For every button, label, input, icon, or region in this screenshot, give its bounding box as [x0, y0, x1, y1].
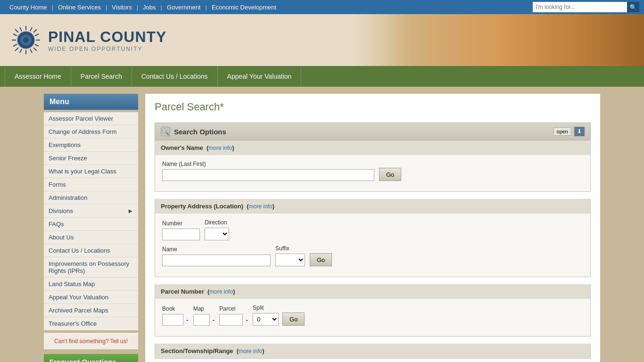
- sidebar: Menu Assessor Parcel Viewer Change of Ad…: [44, 94, 138, 362]
- sidebar-item-land-status[interactable]: Land Status Map: [44, 278, 138, 291]
- open-button[interactable]: open: [553, 127, 571, 136]
- nav-parcel-search[interactable]: Parcel Search: [71, 66, 132, 87]
- parcel-parcel-group: Parcel -: [219, 305, 249, 326]
- page-title: Parcel Search*: [155, 101, 591, 113]
- sidebar-item-divisions[interactable]: Divisions ►: [44, 205, 138, 218]
- parcel-parcel-input[interactable]: [219, 314, 243, 326]
- parcel-map-input[interactable]: [193, 314, 210, 326]
- property-address-more-info[interactable]: more info: [249, 203, 272, 210]
- sidebar-item-administration[interactable]: Administration: [44, 191, 138, 205]
- top-nav-jobs[interactable]: Jobs: [138, 4, 160, 11]
- logo-text: PINAL COUNTY WIDE OPEN OPPORTUNITY: [48, 28, 166, 52]
- sidebar-item-iprs[interactable]: Improvements on Possessory Rights (IPRs): [44, 257, 138, 278]
- top-nav-links: County Home | Online Services | Visitors…: [5, 4, 281, 11]
- nav-contact-us[interactable]: Contact Us / Locations: [132, 66, 218, 87]
- owners-name-body: Name (Last First) Go: [155, 155, 590, 191]
- top-nav-visitors[interactable]: Visitors: [107, 4, 136, 11]
- address-row-2: Name Suffix AVE BLVD CT DR LN RD: [162, 245, 583, 266]
- main-layout: Menu Assessor Parcel Viewer Change of Ad…: [39, 87, 605, 362]
- parcel-label-row: Book - Map - Parcel: [162, 304, 583, 326]
- parcel-split-label: Split: [253, 304, 279, 311]
- sidebar-item-archived-maps[interactable]: Archived Parcel Maps: [44, 304, 138, 317]
- sidebar-item-forms[interactable]: Forms: [44, 178, 138, 191]
- address-name-group: Name: [162, 246, 271, 266]
- global-search-button[interactable]: 🔍: [627, 2, 639, 12]
- parcel-book-input[interactable]: [162, 314, 183, 326]
- dash-1: -: [185, 316, 190, 324]
- owners-name-more-info[interactable]: more info: [208, 145, 232, 151]
- section-township-more-info[interactable]: more info: [239, 348, 262, 354]
- owners-name-label: Owner's Name: [161, 144, 203, 151]
- svg-line-17: [30, 27, 32, 31]
- nav-assessor-home[interactable]: Assessor Home: [5, 66, 71, 87]
- address-go-button[interactable]: Go: [310, 253, 332, 266]
- svg-line-18: [20, 49, 22, 53]
- address-suffix-group: Suffix AVE BLVD CT DR LN RD ST WAY: [275, 245, 305, 266]
- address-direction-label: Direction: [205, 219, 229, 226]
- sidebar-item-parcel-viewer[interactable]: Assessor Parcel Viewer: [44, 112, 138, 125]
- parcel-parcel-row: -: [219, 314, 249, 326]
- svg-line-15: [20, 27, 22, 31]
- sidebar-menu-header: Menu: [44, 94, 138, 110]
- global-search-input[interactable]: [533, 2, 627, 12]
- global-search-area: 🔍: [533, 2, 639, 12]
- property-address-header: Property Address (Location) (more info): [155, 199, 590, 214]
- download-button[interactable]: ⬇: [574, 127, 585, 136]
- site-subtitle: WIDE OPEN OPPORTUNITY: [48, 46, 166, 52]
- svg-point-2: [23, 37, 29, 43]
- top-nav-economic-development[interactable]: Economic Development: [207, 4, 281, 11]
- parcel-number-more-info[interactable]: more info: [209, 288, 233, 295]
- parcel-go-button[interactable]: Go: [282, 313, 305, 326]
- svg-line-12: [35, 44, 39, 46]
- address-suffix-select[interactable]: AVE BLVD CT DR LN RD ST WAY: [275, 254, 305, 266]
- nav-appeal-valuation[interactable]: Appeal Your Valuation: [218, 66, 302, 87]
- parcel-parcel-label: Parcel: [219, 305, 249, 312]
- parcel-map-row: -: [193, 314, 216, 326]
- owners-name-group: Name (Last First): [162, 161, 374, 181]
- svg-line-9: [33, 29, 37, 33]
- sidebar-item-treasurers-office[interactable]: Treasurer's Office: [44, 317, 138, 330]
- svg-line-7: [15, 29, 18, 33]
- dash-2: -: [212, 316, 216, 324]
- logo-area: PINAL COUNTY WIDE OPEN OPPORTUNITY: [9, 24, 166, 57]
- owner-name-input[interactable]: [162, 169, 374, 181]
- top-nav-online-services[interactable]: Online Services: [53, 4, 106, 11]
- search-options-label: Search Options: [174, 128, 226, 136]
- sidebar-item-change-address[interactable]: Change of Address Form: [44, 125, 138, 139]
- sidebar-item-faqs[interactable]: FAQs: [44, 218, 138, 231]
- svg-line-13: [35, 34, 39, 36]
- sidebar-item-legal-class[interactable]: What is your Legal Class: [44, 165, 138, 178]
- sidebar-item-about-us[interactable]: About Us: [44, 231, 138, 244]
- svg-line-8: [33, 48, 37, 51]
- parcel-split-select[interactable]: 0 1 2 3 4 5 6 7 8 9: [253, 313, 279, 326]
- address-number-input[interactable]: [162, 229, 200, 240]
- svg-line-11: [13, 34, 17, 36]
- parcel-map-group: Map -: [193, 305, 216, 326]
- sidebar-item-appeal-valuation[interactable]: Appeal Your Valuation: [44, 291, 138, 304]
- sidebar-item-exemptions[interactable]: Exemptions: [44, 139, 138, 152]
- address-name-input[interactable]: [162, 255, 271, 266]
- top-nav-county-home[interactable]: County Home: [5, 4, 51, 11]
- parcel-book-label: Book: [162, 305, 190, 312]
- sidebar-item-senior-freeze[interactable]: Senior Freeze: [44, 152, 138, 165]
- address-row-1: Number Direction N S E W NE NW: [162, 219, 583, 240]
- search-options-header[interactable]: 🔍 Search Options open ⬇: [155, 123, 591, 140]
- top-nav-government[interactable]: Government: [162, 4, 206, 11]
- cant-find-link[interactable]: Can't find something? Tell us!: [54, 338, 128, 345]
- owners-name-go-button[interactable]: Go: [379, 168, 401, 181]
- section-township-label: Section/Township/Range: [161, 347, 233, 354]
- svg-line-14: [13, 44, 17, 46]
- address-suffix-label: Suffix: [275, 245, 305, 252]
- parcel-split-group: Split 0 1 2 3 4 5 6 7 8: [253, 304, 279, 326]
- chevron-right-icon: ►: [127, 207, 133, 214]
- section-township-range-section: Section/Township/Range (more info): [155, 344, 591, 359]
- search-options-right: open ⬇: [553, 127, 585, 136]
- property-address-section: Property Address (Location) (more info) …: [155, 199, 591, 277]
- main-content: Parcel Search* 🔍 Search Options open ⬇ O…: [145, 94, 600, 362]
- address-direction-select[interactable]: N S E W NE NW SE SW: [205, 228, 229, 240]
- parcel-split-row: 0 1 2 3 4 5 6 7 8 9: [253, 313, 279, 326]
- parcel-number-label: Parcel Number: [161, 288, 204, 295]
- sidebar-item-contact-us[interactable]: Contact Us / Locations: [44, 244, 138, 257]
- parcel-map-label: Map: [193, 305, 216, 312]
- parcel-number-header: Parcel Number (more info): [155, 284, 590, 299]
